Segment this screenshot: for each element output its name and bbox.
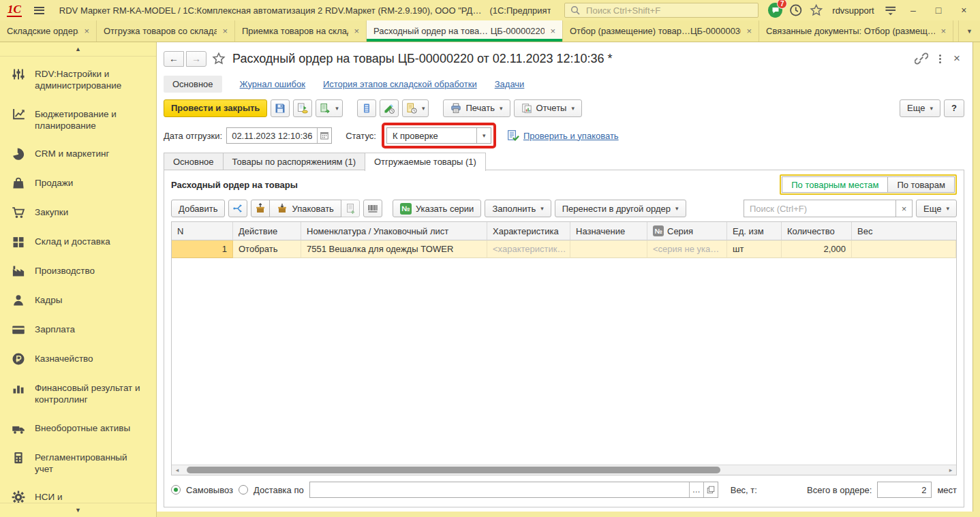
pickup-radio[interactable] (171, 485, 181, 495)
post-button[interactable] (293, 99, 312, 117)
sidebar-item[interactable]: Зарплата (0, 315, 156, 345)
view-toggle-button[interactable]: По товарам (887, 176, 955, 193)
view-toggle-button[interactable]: По товарным местам (782, 176, 888, 193)
window-tab[interactable]: Складские ордера× (0, 20, 97, 42)
post-and-close-button[interactable]: Провести и закрыть (164, 99, 267, 117)
back-button[interactable]: ← (164, 51, 184, 67)
delivery-address-input[interactable] (310, 482, 689, 497)
column-header[interactable]: Действие (233, 222, 301, 240)
doc-nav-link[interactable]: Журнал ошибок (240, 79, 305, 89)
service-messages-button[interactable]: 7 (768, 3, 782, 18)
clear-search-button[interactable]: × (895, 200, 912, 217)
global-search-input[interactable] (585, 5, 753, 16)
calendar-button[interactable] (317, 128, 331, 143)
column-header[interactable]: №Серия (647, 222, 727, 240)
doc-nav-link[interactable]: История этапов складской обработки (323, 79, 477, 89)
add-row-button[interactable]: Добавить (171, 200, 225, 217)
doc-nav-link[interactable]: Задачи (495, 79, 525, 89)
tab-close-icon[interactable]: × (940, 26, 946, 36)
reports-button[interactable]: Отчеты▾ (514, 99, 582, 117)
window-tab[interactable]: Отгрузка товаров со склада× (97, 20, 235, 42)
scrollbar-track[interactable] (183, 465, 945, 475)
more-menu-icon[interactable] (934, 53, 947, 65)
cell-unit[interactable]: шт (727, 240, 782, 258)
sidebar-item[interactable]: RDV:Настройки и администрирование (0, 60, 156, 100)
window-tab[interactable]: Связанные документы: Отбор (размещ…× (759, 20, 953, 42)
scrollbar-thumb[interactable] (187, 467, 720, 473)
address-ellipsis-button[interactable]: … (689, 482, 703, 497)
sidebar-collapse-button[interactable]: ▲ (0, 42, 156, 57)
forward-button[interactable]: → (186, 51, 206, 67)
sidebar-item[interactable]: Бюджетирование и планирование (0, 100, 156, 140)
tab-close-icon[interactable]: × (84, 26, 89, 36)
column-header[interactable]: Номенклатура / Упаковочный лист (301, 222, 487, 240)
status-value[interactable]: К проверке (387, 128, 476, 143)
cell-action[interactable]: Отобрать (233, 240, 301, 258)
tab-close-icon[interactable]: × (354, 26, 359, 36)
sidebar-item[interactable]: Производство (0, 257, 156, 286)
get-link-icon[interactable] (915, 52, 928, 65)
cell-series[interactable]: <серия не ука… (647, 240, 727, 258)
sidebar-item[interactable]: Закупки (0, 198, 156, 228)
pack-button[interactable]: Упаковать (269, 200, 341, 217)
delivery-radio[interactable] (239, 485, 248, 495)
total-input[interactable] (878, 482, 931, 497)
column-header[interactable]: Назначение (570, 222, 647, 240)
move-to-order-button[interactable]: Перенести в другой ордер▾ (555, 200, 686, 217)
check-and-pack-link[interactable]: Проверить и упаковать (523, 131, 619, 141)
doc-nav-current[interactable]: Основное (164, 76, 222, 93)
status-dropdown-button[interactable]: ▾ (476, 128, 491, 143)
window-tab[interactable]: Расходный ордер на това… ЦБ-00000220× (367, 20, 563, 42)
sidebar-item[interactable]: Склад и доставка (0, 228, 156, 257)
window-tab[interactable]: Отбор (размещение) товар…ЦБ-00000030× (563, 20, 759, 42)
column-header[interactable]: Характеристика (487, 222, 570, 240)
cell-nomenclature[interactable]: 7551 Вешалка для одежды TOWER (301, 240, 487, 258)
table-more-button[interactable]: Еще▾ (916, 200, 957, 217)
main-menu-icon[interactable] (34, 7, 44, 14)
sidebar-item[interactable]: Продажи (0, 169, 156, 198)
fill-button[interactable]: Заполнить▾ (485, 200, 551, 217)
packing-list-button[interactable] (341, 200, 360, 217)
column-header[interactable]: N (172, 222, 233, 240)
scroll-right-arrow[interactable]: ▸ (945, 467, 956, 473)
column-header[interactable]: Количество (782, 222, 852, 240)
cell-weight[interactable] (852, 240, 956, 258)
sidebar-item[interactable]: НСИ и администрирование (0, 483, 156, 503)
favorites-icon[interactable] (810, 3, 823, 17)
global-search-box[interactable] (564, 3, 759, 18)
save-button[interactable] (271, 99, 290, 117)
tabs-overflow-button[interactable]: ▼ (958, 20, 980, 42)
favorite-star-icon[interactable] (212, 52, 226, 65)
document-tab[interactable]: Товары по распоряжениям (1) (223, 153, 365, 170)
document-tab[interactable]: Основное (164, 153, 224, 170)
ship-date-input[interactable] (227, 128, 317, 143)
cell-purpose[interactable] (570, 240, 647, 258)
more-button[interactable]: Еще▾ (900, 99, 940, 117)
sidebar-item[interactable]: Финансовый результат и контроллинг (0, 374, 156, 414)
print-button[interactable]: Печать▾ (443, 99, 510, 117)
maximize-button[interactable]: □ (929, 5, 947, 16)
table-search-input[interactable] (744, 200, 895, 217)
minimize-button[interactable]: – (904, 5, 922, 16)
registers-button[interactable] (357, 99, 376, 117)
sidebar-item[interactable]: Внеоборотные активы (0, 414, 156, 443)
column-header[interactable]: Вес (852, 222, 956, 240)
sidebar-item[interactable]: CRM и маркетинг (0, 140, 156, 169)
close-document-icon[interactable]: × (953, 52, 960, 65)
sidebar-item[interactable]: Казначейство (0, 345, 156, 374)
tab-close-icon[interactable]: × (222, 26, 228, 36)
post-menu-button[interactable]: ▾ (316, 99, 343, 117)
column-header[interactable]: Ед. изм (727, 222, 782, 240)
sidebar-item[interactable]: Кадры (0, 286, 156, 315)
barcode-button[interactable] (363, 200, 382, 217)
cell-quantity[interactable]: 2,000 (782, 240, 852, 258)
current-user[interactable]: rdvsupport (832, 5, 874, 16)
unpack-button[interactable] (251, 200, 270, 217)
cell-characteristic[interactable]: <характеристик… (487, 240, 570, 258)
close-window-button[interactable]: × (955, 5, 973, 16)
sidebar-expand-button[interactable]: ▼ (0, 503, 156, 517)
window-tab[interactable]: Приемка товаров на склад× (235, 20, 367, 42)
service-menu-icon[interactable] (884, 3, 897, 17)
share-button[interactable] (228, 200, 247, 217)
change-history-button[interactable] (380, 99, 399, 117)
